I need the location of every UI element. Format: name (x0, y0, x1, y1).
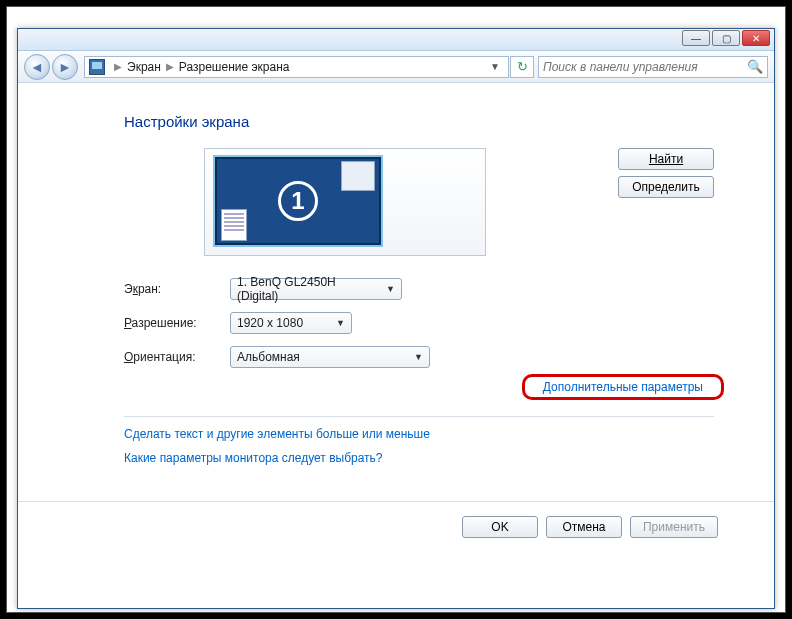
identify-button[interactable]: Определить (618, 176, 714, 198)
breadcrumb-separator-icon: ▶ (166, 61, 174, 72)
detect-button[interactable]: Найти (618, 148, 714, 170)
back-button[interactable]: ◄ (24, 54, 50, 80)
close-button[interactable]: ✕ (742, 30, 770, 46)
cancel-button[interactable]: Отмена (546, 516, 622, 538)
page-heading: Настройки экрана (124, 113, 714, 130)
divider (124, 416, 714, 417)
monitor-preview-row: 1 Найти Определить (124, 148, 714, 256)
monitor-document-icon (221, 209, 247, 241)
orientation-combo[interactable]: Альбомная ▼ (230, 346, 430, 368)
control-panel-icon (89, 59, 105, 75)
window: — ▢ ✕ ◄ ► ▶ Экран ▶ Разрешение экрана ▼ … (17, 28, 775, 609)
search-box[interactable]: 🔍 (538, 56, 768, 78)
text-size-link[interactable]: Сделать текст и другие элементы больше и… (124, 427, 714, 441)
search-icon[interactable]: 🔍 (747, 59, 763, 74)
display-combo[interactable]: 1. BenQ GL2450H (Digital) ▼ (230, 278, 402, 300)
orientation-label: Ориентация: (124, 350, 230, 364)
resolution-label: Разрешение: (124, 316, 230, 330)
content-area: Настройки экрана 1 Найти Определить Экра… (18, 83, 774, 465)
minimize-button[interactable]: — (682, 30, 710, 46)
highlight-annotation: Дополнительные параметры (522, 374, 724, 400)
dialog-footer: OK Отмена Применить (18, 501, 774, 608)
which-settings-link[interactable]: Какие параметры монитора следует выбрать… (124, 451, 714, 465)
refresh-button[interactable]: ↻ (510, 56, 534, 78)
monitor-number: 1 (278, 181, 318, 221)
monitor-preview-box: 1 (204, 148, 486, 256)
chevron-down-icon: ▼ (406, 352, 423, 362)
nav-bar: ◄ ► ▶ Экран ▶ Разрешение экрана ▼ ↻ 🔍 (18, 51, 774, 83)
advanced-settings-link[interactable]: Дополнительные параметры (533, 374, 713, 400)
address-dropdown-icon[interactable]: ▼ (486, 61, 504, 72)
breadcrumb-resolution[interactable]: Разрешение экрана (179, 60, 290, 74)
orientation-value: Альбомная (237, 350, 300, 364)
settings-form: Экран: 1. BenQ GL2450H (Digital) ▼ Разре… (124, 278, 714, 368)
ok-button[interactable]: OK (462, 516, 538, 538)
titlebar: — ▢ ✕ (18, 29, 774, 51)
outer-frame: — ▢ ✕ ◄ ► ▶ Экран ▶ Разрешение экрана ▼ … (6, 6, 786, 613)
monitor-thumbnail[interactable]: 1 (213, 155, 383, 247)
maximize-button[interactable]: ▢ (712, 30, 740, 46)
display-label: Экран: (124, 282, 230, 296)
window-buttons: — ▢ ✕ (682, 30, 770, 46)
breadcrumb-display[interactable]: Экран (127, 60, 161, 74)
monitor-window-icon (341, 161, 375, 191)
resolution-value: 1920 x 1080 (237, 316, 303, 330)
breadcrumb-separator-icon: ▶ (114, 61, 122, 72)
address-bar[interactable]: ▶ Экран ▶ Разрешение экрана ▼ (84, 56, 509, 78)
apply-button[interactable]: Применить (630, 516, 718, 538)
chevron-down-icon: ▼ (328, 318, 345, 328)
display-value: 1. BenQ GL2450H (Digital) (237, 275, 378, 303)
resolution-combo[interactable]: 1920 x 1080 ▼ (230, 312, 352, 334)
forward-button[interactable]: ► (52, 54, 78, 80)
search-input[interactable] (543, 60, 747, 74)
chevron-down-icon: ▼ (378, 284, 395, 294)
